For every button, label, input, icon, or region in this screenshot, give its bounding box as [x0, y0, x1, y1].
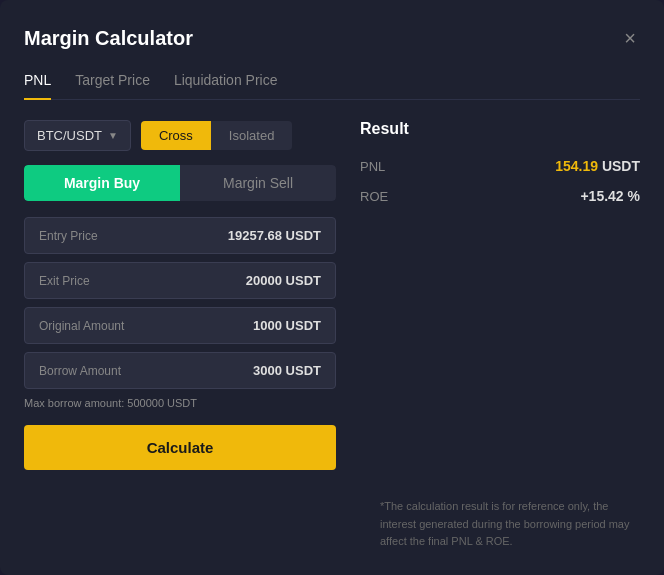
modal-title: Margin Calculator	[24, 27, 193, 50]
modal: Margin Calculator × PNL Target Price Liq…	[0, 0, 664, 575]
left-panel: BTC/USDT ▼ Cross Isolated Margin Buy Mar…	[24, 120, 336, 470]
original-amount-value: 1000 USDT	[253, 318, 321, 333]
pair-select[interactable]: BTC/USDT ▼	[24, 120, 131, 151]
entry-price-label: Entry Price	[39, 229, 98, 243]
tab-liquidation-price[interactable]: Liquidation Price	[174, 72, 278, 100]
exit-price-label: Exit Price	[39, 274, 90, 288]
borrow-amount-label: Borrow Amount	[39, 364, 121, 378]
tabs-bar: PNL Target Price Liquidation Price	[24, 72, 640, 100]
original-amount-field[interactable]: Original Amount 1000 USDT	[24, 307, 336, 344]
margin-sell-button[interactable]: Margin Sell	[180, 165, 336, 201]
calculate-button[interactable]: Calculate	[24, 425, 336, 470]
roe-label: ROE	[360, 189, 388, 204]
pnl-amount: 154.19	[555, 158, 598, 174]
exit-price-field[interactable]: Exit Price 20000 USDT	[24, 262, 336, 299]
entry-price-field[interactable]: Entry Price 19257.68 USDT	[24, 217, 336, 254]
selector-row: BTC/USDT ▼ Cross Isolated	[24, 120, 336, 151]
cross-mode-button[interactable]: Cross	[141, 121, 211, 150]
roe-row: ROE +15.42 %	[360, 188, 640, 204]
pnl-unit: USDT	[598, 158, 640, 174]
modal-header: Margin Calculator ×	[24, 24, 640, 52]
pair-arrow-icon: ▼	[108, 130, 118, 141]
close-button[interactable]: ×	[620, 24, 640, 52]
tab-pnl[interactable]: PNL	[24, 72, 51, 100]
roe-value: +15.42 %	[580, 188, 640, 204]
tab-target-price[interactable]: Target Price	[75, 72, 150, 100]
original-amount-label: Original Amount	[39, 319, 124, 333]
isolated-mode-button[interactable]: Isolated	[211, 121, 293, 150]
exit-price-value: 20000 USDT	[246, 273, 321, 288]
right-panel: Result PNL 154.19 USDT ROE +15.42 %	[360, 120, 640, 470]
buy-sell-row: Margin Buy Margin Sell	[24, 165, 336, 201]
content-wrapper: BTC/USDT ▼ Cross Isolated Margin Buy Mar…	[24, 120, 640, 470]
pnl-row: PNL 154.19 USDT	[360, 158, 640, 174]
max-borrow-text: Max borrow amount: 500000 USDT	[24, 397, 336, 409]
borrow-amount-value: 3000 USDT	[253, 363, 321, 378]
pair-label: BTC/USDT	[37, 128, 102, 143]
mode-buttons: Cross Isolated	[141, 121, 293, 150]
pnl-label: PNL	[360, 159, 385, 174]
result-title: Result	[360, 120, 640, 138]
disclaimer-text: *The calculation result is for reference…	[380, 498, 640, 551]
borrow-amount-field[interactable]: Borrow Amount 3000 USDT	[24, 352, 336, 389]
entry-price-value: 19257.68 USDT	[228, 228, 321, 243]
margin-buy-button[interactable]: Margin Buy	[24, 165, 180, 201]
pnl-value: 154.19 USDT	[555, 158, 640, 174]
